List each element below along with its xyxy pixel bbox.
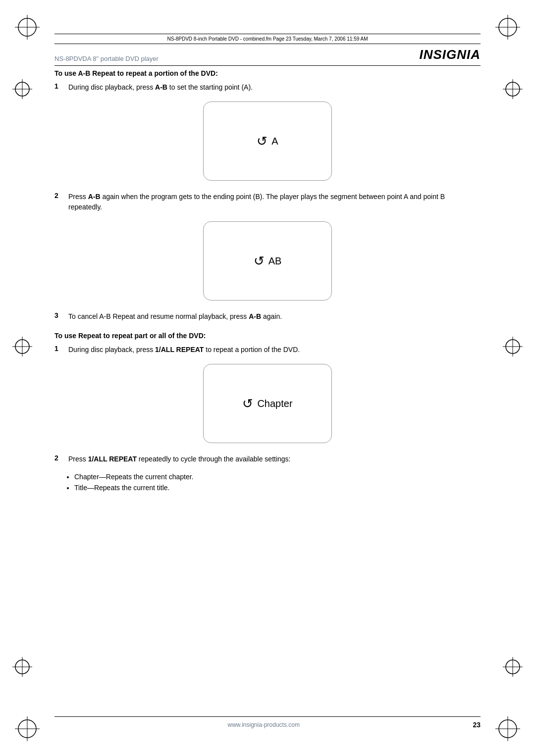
- side-mark-right-top: [503, 79, 523, 99]
- section2-step2-text: Press 1/ALL REPEAT repeatedly to cycle t…: [68, 454, 291, 464]
- display-box-a: ↺ A: [203, 101, 332, 181]
- section2-step1-number: 1: [54, 345, 68, 353]
- footer-page-number: 23: [473, 721, 481, 729]
- display-box-a-content: ↺ A: [257, 134, 278, 149]
- corner-mark-bl: [15, 716, 40, 741]
- section2-heading: To use Repeat to repeat part or all of t…: [54, 332, 481, 340]
- step2: 2 Press A-B again when the program gets …: [54, 192, 481, 212]
- repeat-icon-chapter: ↺: [242, 396, 253, 411]
- display-box-chapter: ↺ Chapter: [203, 364, 332, 443]
- insignia-logo: INSIGNIA: [419, 47, 481, 62]
- file-info-text: NS-8PDVD 8-inch Portable DVD - combined.…: [54, 36, 481, 42]
- repeat-icon-a: ↺: [257, 134, 268, 149]
- section2-step2: 2 Press 1/ALL REPEAT repeatedly to cycle…: [54, 454, 481, 464]
- section2-step1: 1 During disc playback, press 1/ALL REPE…: [54, 345, 481, 355]
- bullet-item-chapter: Chapter—Repeats the current chapter.: [74, 471, 481, 482]
- step1: 1 During disc playback, press A-B to set…: [54, 82, 481, 93]
- display-box-chapter-content: ↺ Chapter: [242, 396, 292, 411]
- footer-url: www.insignia-products.com: [54, 721, 473, 728]
- section2-step2-number: 2: [54, 454, 68, 462]
- step3: 3 To cancel A-B Repeat and resume normal…: [54, 311, 481, 322]
- main-content: To use A-B Repeat to repeat a portion of…: [54, 69, 481, 702]
- side-mark-left-mid: [12, 337, 32, 356]
- file-info-bar: NS-8PDVD 8-inch Portable DVD - combined.…: [54, 34, 481, 44]
- display-box-ab: ↺ AB: [203, 221, 332, 301]
- corner-mark-tl: [15, 15, 40, 40]
- step2-text: Press A-B again when the program gets to…: [68, 192, 481, 212]
- header: NS-8PDVDA 8" portable DVD player INSIGNI…: [54, 47, 481, 66]
- display-label-a: A: [271, 136, 278, 147]
- corner-mark-tr: [495, 15, 520, 40]
- step3-number: 3: [54, 311, 68, 319]
- display-label-chapter: Chapter: [257, 398, 292, 409]
- repeat-icon-ab: ↺: [254, 253, 265, 269]
- footer: www.insignia-products.com 23: [54, 716, 481, 729]
- step2-number: 2: [54, 192, 68, 200]
- corner-mark-br: [495, 716, 520, 741]
- page: NS-8PDVD 8-inch Portable DVD - combined.…: [0, 0, 535, 756]
- side-mark-left-bot: [12, 657, 32, 677]
- side-mark-left-top: [12, 79, 32, 99]
- step1-text: During disc playback, press A-B to set t…: [68, 82, 253, 93]
- section1-heading: To use A-B Repeat to repeat a portion of…: [54, 69, 481, 77]
- display-box-ab-content: ↺ AB: [254, 253, 282, 269]
- section2-step1-text: During disc playback, press 1/ALL REPEAT…: [68, 345, 300, 355]
- side-mark-right-mid: [503, 337, 523, 356]
- display-label-ab: AB: [268, 255, 282, 267]
- header-subtitle: NS-8PDVDA 8" portable DVD player: [54, 55, 419, 62]
- side-mark-right-bot: [503, 657, 523, 677]
- bullet-list: Chapter—Repeats the current chapter. Tit…: [69, 471, 481, 494]
- bullet-item-title: Title—Repeats the current title.: [74, 482, 481, 493]
- step1-number: 1: [54, 82, 68, 90]
- step3-text: To cancel A-B Repeat and resume normal p…: [68, 311, 282, 322]
